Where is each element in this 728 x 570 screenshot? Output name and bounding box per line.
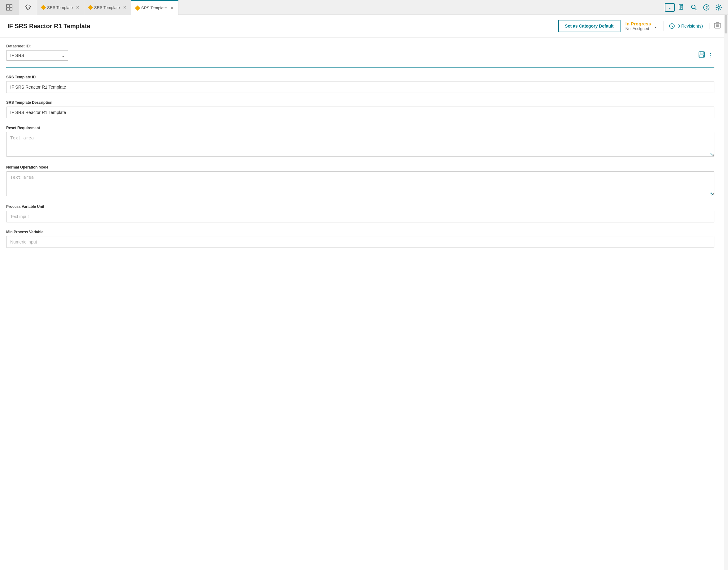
svg-rect-3 <box>10 8 12 10</box>
settings-icon-btn[interactable] <box>713 2 724 13</box>
set-category-default-button[interactable]: Set as Category Default <box>558 20 621 32</box>
tab-close-3[interactable]: ✕ <box>170 6 174 10</box>
datasheet-select-wrapper: IF SRS ⌄ <box>6 50 68 61</box>
revisions-count: 0 Revision(s) <box>678 24 703 28</box>
scrollbar-thumb[interactable] <box>725 15 727 33</box>
process-variable-unit-input[interactable] <box>6 211 714 222</box>
svg-point-9 <box>691 5 695 9</box>
srs-template-description-section: SRS Template Description <box>6 100 714 118</box>
normal-operation-textarea[interactable] <box>6 171 714 196</box>
overflow-chevron[interactable]: ⌄ <box>665 3 675 12</box>
svg-point-13 <box>718 6 720 8</box>
datasheet-id-label: Datasheet ID: <box>6 44 693 48</box>
normal-operation-mode-label: Normal Operation Mode <box>6 165 714 170</box>
reset-requirement-wrapper: ⤡ <box>6 132 714 158</box>
save-icon-button[interactable] <box>698 51 705 59</box>
srs-template-id-label: SRS Template ID <box>6 75 714 79</box>
normal-operation-mode-section: Normal Operation Mode ⤡ <box>6 165 714 197</box>
datasheet-left: Datasheet ID: IF SRS ⌄ <box>6 44 693 61</box>
tab-close-1[interactable]: ✕ <box>76 5 80 10</box>
svg-rect-0 <box>6 5 9 7</box>
srs-template-description-input[interactable] <box>6 106 714 118</box>
tab-diamond-icon <box>41 5 46 10</box>
status-text: In Progress Not Assigned <box>626 21 651 31</box>
tab-diamond-icon <box>88 5 93 10</box>
srs-template-description-label: SRS Template Description <box>6 100 714 105</box>
datasheet-right: ⋮ <box>698 44 714 59</box>
tab-bar: SRS Template ✕ SRS Template ✕ SRS Templa… <box>0 0 728 15</box>
svg-rect-2 <box>6 8 9 10</box>
form-area: Datasheet ID: IF SRS ⌄ ⋮ <box>0 37 724 265</box>
more-options-button[interactable]: ⋮ <box>708 52 714 59</box>
svg-marker-4 <box>25 5 31 8</box>
svg-rect-22 <box>700 55 704 57</box>
tab-close-2[interactable]: ✕ <box>123 5 127 10</box>
grid-icon-btn[interactable] <box>0 0 19 15</box>
status-in-progress: In Progress <box>626 21 651 26</box>
srs-template-id-input[interactable] <box>6 81 714 93</box>
svg-rect-1 <box>10 5 12 7</box>
tab-label-1: SRS Template <box>47 5 73 10</box>
tab-label-3: SRS Template <box>141 6 167 10</box>
save-icon <box>698 51 705 58</box>
reset-requirement-label: Reset Requirement <box>6 126 714 130</box>
datasheet-id-select[interactable]: IF SRS <box>6 50 68 61</box>
document-icon-btn[interactable] <box>676 2 687 13</box>
reset-requirement-section: Reset Requirement ⤡ <box>6 126 714 158</box>
revision-icon <box>669 23 675 29</box>
reset-requirement-textarea[interactable] <box>6 132 714 157</box>
svg-rect-21 <box>700 52 703 54</box>
delete-button[interactable] <box>714 22 721 31</box>
page-title: IF SRS Reactor R1 Template <box>7 23 553 30</box>
status-dropdown-chevron[interactable]: ⌄ <box>653 23 657 29</box>
tab-label-2: SRS Template <box>94 5 120 10</box>
process-variable-unit-section: Process Variable Unit <box>6 205 714 222</box>
min-process-variable-input[interactable] <box>6 236 714 248</box>
svg-line-10 <box>695 8 696 10</box>
min-process-variable-label: Min Process Variable <box>6 230 714 234</box>
layers-icon-btn[interactable] <box>19 0 37 15</box>
svg-text:?: ? <box>705 5 708 10</box>
tab-right-icons: ⌄ ? <box>665 0 728 15</box>
tab-srs-2[interactable]: SRS Template ✕ <box>84 0 131 15</box>
help-icon-btn[interactable]: ? <box>701 2 712 13</box>
toolbar: IF SRS Reactor R1 Template Set as Catego… <box>0 15 728 37</box>
svg-rect-6 <box>680 6 683 9</box>
status-not-assigned: Not Assigned <box>626 26 649 31</box>
trash-icon <box>714 22 721 29</box>
tab-srs-3[interactable]: SRS Template ✕ <box>131 0 178 15</box>
normal-operation-wrapper: ⤡ <box>6 171 714 197</box>
process-variable-unit-label: Process Variable Unit <box>6 205 714 209</box>
search-icon-btn[interactable] <box>688 2 700 13</box>
tab-diamond-icon <box>135 5 140 11</box>
main-content: IF SRS Reactor R1 Template Set as Catego… <box>0 15 728 570</box>
datasheet-row: Datasheet ID: IF SRS ⌄ ⋮ <box>6 44 714 67</box>
srs-template-id-section: SRS Template ID <box>6 75 714 93</box>
min-process-variable-section: Min Process Variable <box>6 230 714 248</box>
scrollbar[interactable] <box>724 15 728 570</box>
tab-srs-1[interactable]: SRS Template ✕ <box>37 0 84 15</box>
revisions-block: 0 Revision(s) <box>669 23 709 29</box>
status-block: In Progress Not Assigned ⌄ <box>626 21 664 31</box>
